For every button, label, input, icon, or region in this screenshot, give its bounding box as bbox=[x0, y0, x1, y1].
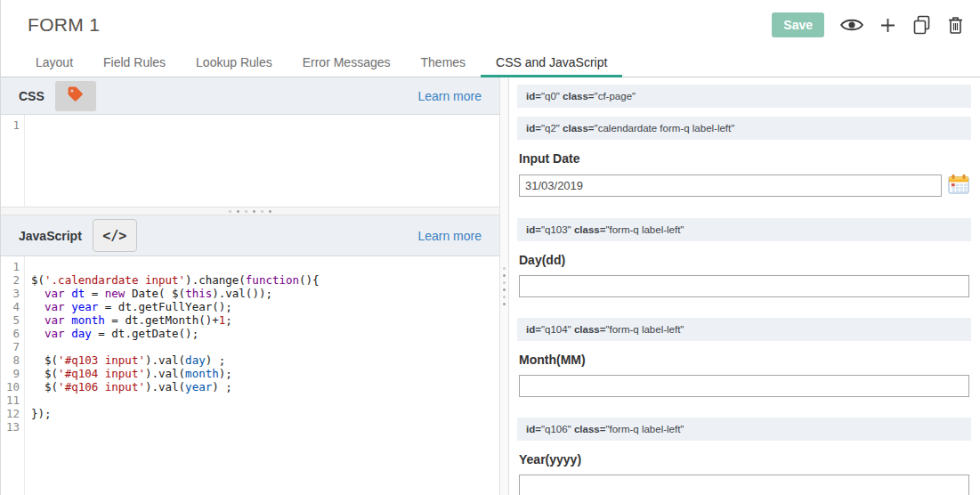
js-code-line: $('#q104 input').val(month); bbox=[31, 367, 499, 380]
main-area: CSS Learn more 1 JavaScript </> Learn mo… bbox=[1, 77, 980, 495]
js-line-number: 12 bbox=[1, 407, 20, 420]
page-title: FORM 1 bbox=[28, 14, 100, 36]
js-code-line: }); bbox=[31, 407, 499, 420]
year-field-label: Year(yyyy) bbox=[519, 452, 969, 467]
css-code-area[interactable] bbox=[25, 115, 499, 207]
tab-css-and-javascript[interactable]: CSS and JavaScript bbox=[481, 50, 622, 77]
month-input[interactable] bbox=[519, 375, 969, 397]
js-learn-more-link[interactable]: Learn more bbox=[417, 229, 482, 243]
tag-icon bbox=[66, 85, 85, 107]
js-line-number: 6 bbox=[1, 327, 20, 340]
element-bar-q106[interactable]: id="q106" class="form-q label-left" bbox=[517, 418, 971, 441]
js-panel-title: JavaScript bbox=[19, 229, 82, 243]
delete-button[interactable] bbox=[947, 16, 964, 35]
js-line-number: 4 bbox=[1, 300, 20, 313]
tab-error-messages[interactable]: Error Messages bbox=[288, 50, 406, 77]
duplicate-button[interactable] bbox=[912, 15, 931, 35]
year-field-row bbox=[519, 475, 969, 495]
js-line-number: 7 bbox=[1, 340, 20, 353]
js-line-number: 8 bbox=[1, 353, 20, 367]
month-field-row bbox=[519, 375, 969, 397]
css-code-line bbox=[31, 118, 499, 132]
tab-lookup-rules[interactable]: Lookup Rules bbox=[181, 50, 288, 77]
tab-layout[interactable]: Layout bbox=[20, 50, 88, 77]
add-button[interactable] bbox=[879, 17, 896, 34]
js-code-area[interactable]: $('.calendardate input').change(function… bbox=[25, 256, 499, 495]
js-line-number: 2 bbox=[1, 273, 20, 287]
js-line-number: 9 bbox=[1, 367, 20, 380]
js-line-number: 1 bbox=[1, 260, 20, 273]
js-editor[interactable]: 12345678910111213 $('.calendardate input… bbox=[1, 256, 499, 495]
js-panel-header: JavaScript </> Learn more bbox=[1, 215, 499, 256]
js-code-line: $('#q106 input').val(year) ; bbox=[31, 380, 499, 394]
day-field-label: Day(dd) bbox=[519, 253, 969, 267]
css-panel-title: CSS bbox=[19, 89, 45, 103]
input-date-input[interactable] bbox=[519, 174, 942, 197]
js-code-line: $('#q103 input').val(day) ; bbox=[31, 353, 499, 367]
editor-resize-handle[interactable] bbox=[1, 207, 499, 215]
element-bar-q2[interactable]: id="q2" class="calendardate form-q label… bbox=[517, 117, 971, 140]
css-line-numbers: 1 bbox=[1, 115, 25, 207]
js-code-line: var day = dt.getDate(); bbox=[31, 327, 499, 340]
js-code-line bbox=[31, 394, 499, 407]
day-field-row bbox=[519, 275, 969, 297]
js-code-line bbox=[31, 340, 499, 353]
element-bar-q103[interactable]: id="q103" class="form-q label-left" bbox=[517, 218, 971, 241]
form-preview-panel: id="q0" class="cf-page"id="q2" class="ca… bbox=[509, 77, 980, 495]
element-bar-q0[interactable]: id="q0" class="cf-page" bbox=[517, 85, 971, 108]
save-button[interactable]: Save bbox=[772, 12, 824, 37]
css-editor[interactable]: 1 bbox=[1, 115, 499, 207]
panel-resize-handle[interactable] bbox=[499, 77, 509, 495]
js-line-number: 5 bbox=[1, 313, 20, 327]
input-date-field-row bbox=[519, 174, 969, 198]
element-bar-q104[interactable]: id="q104" class="form-q label-left" bbox=[517, 318, 971, 341]
eye-icon bbox=[840, 17, 863, 33]
calendar-icon[interactable] bbox=[948, 174, 969, 198]
css-panel-header: CSS Learn more bbox=[1, 77, 499, 115]
tab-themes[interactable]: Themes bbox=[406, 50, 482, 77]
js-line-number: 11 bbox=[1, 394, 20, 407]
js-code-line: var year = dt.getFullYear(); bbox=[31, 300, 499, 313]
css-learn-more-link[interactable]: Learn more bbox=[417, 89, 482, 103]
month-field-label: Month(MM) bbox=[519, 353, 969, 367]
js-line-number: 3 bbox=[1, 287, 20, 300]
tab-bar: LayoutField RulesLookup RulesError Messa… bbox=[1, 50, 980, 77]
code-editors-column: CSS Learn more 1 JavaScript </> Learn mo… bbox=[1, 77, 499, 495]
js-code-line: var dt = new Date( $(this).val()); bbox=[31, 287, 499, 300]
js-code-line bbox=[31, 260, 499, 273]
trash-icon bbox=[947, 16, 964, 35]
js-code-line bbox=[31, 420, 499, 434]
css-tag-button[interactable] bbox=[55, 81, 96, 111]
year-input[interactable] bbox=[519, 475, 969, 495]
css-line-number: 1 bbox=[1, 118, 20, 132]
code-brackets-icon: </> bbox=[102, 228, 126, 244]
copy-icon bbox=[912, 15, 931, 35]
plus-icon bbox=[879, 17, 896, 34]
js-code-line: var month = dt.getMonth()+1; bbox=[31, 313, 499, 327]
input-date-field-label: Input Date bbox=[519, 151, 969, 166]
day-input[interactable] bbox=[519, 275, 969, 297]
header-actions: Save bbox=[772, 12, 964, 37]
js-line-numbers: 12345678910111213 bbox=[1, 256, 25, 495]
tab-field-rules[interactable]: Field Rules bbox=[88, 50, 181, 77]
app-header: FORM 1 Save bbox=[1, 0, 980, 50]
preview-button[interactable] bbox=[840, 17, 863, 33]
js-line-number: 13 bbox=[1, 420, 20, 434]
js-code-line: $('.calendardate input').change(function… bbox=[31, 273, 499, 287]
js-line-number: 10 bbox=[1, 380, 20, 394]
js-code-button[interactable]: </> bbox=[93, 219, 137, 252]
